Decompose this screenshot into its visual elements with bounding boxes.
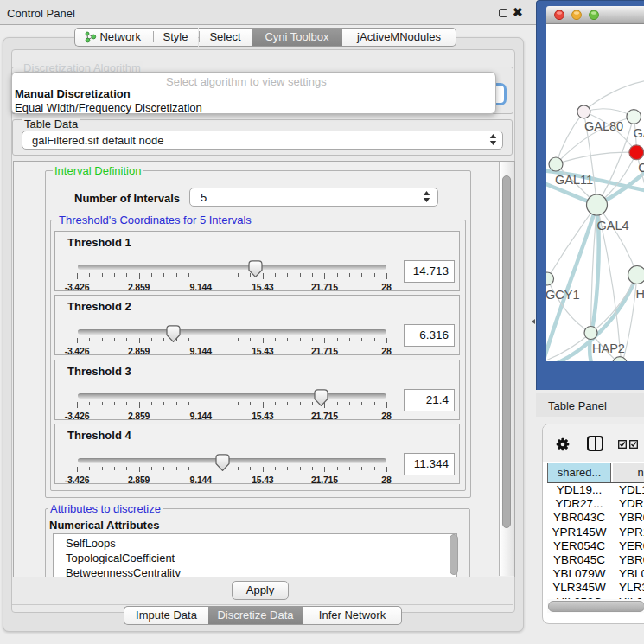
- svg-text:HAP2: HAP2: [592, 341, 625, 355]
- svg-text:CY: CY: [638, 161, 644, 175]
- svg-text:GAL11: GAL11: [555, 173, 593, 187]
- svg-text:GAL80: GAL80: [584, 119, 623, 133]
- svg-text:H: H: [636, 287, 644, 301]
- svg-text:GCY1: GCY1: [546, 288, 580, 302]
- svg-text:GAL4: GAL4: [597, 219, 629, 233]
- svg-text:GA: GA: [634, 126, 644, 140]
